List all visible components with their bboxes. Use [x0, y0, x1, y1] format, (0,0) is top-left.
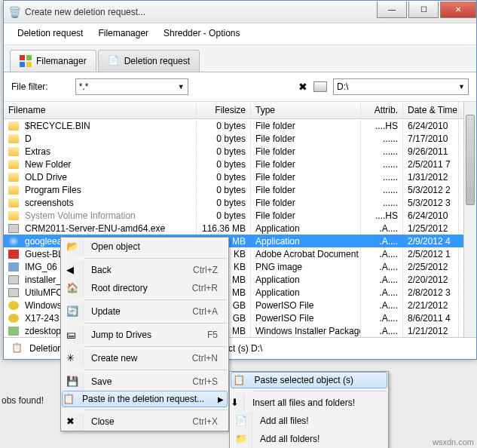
tab-filemanager[interactable]: Filemanager	[10, 50, 96, 72]
document-icon: 📄	[108, 55, 120, 67]
file-type: Adobe Acrobat Document	[251, 248, 361, 260]
file-date: 2/8/2012 3	[403, 287, 459, 299]
file-size: 0 bytes	[197, 158, 251, 170]
column-filename[interactable]: Filename	[4, 102, 197, 118]
back-icon: ◀	[61, 261, 84, 279]
file-icon	[8, 121, 19, 130]
file-type: File folder	[251, 184, 361, 196]
file-attrib: ......	[361, 146, 403, 158]
file-size: 0 bytes	[197, 171, 251, 183]
menu-shortcut: Ctrl+A	[177, 306, 228, 317]
file-name: zdesktop	[25, 326, 61, 336]
file-date: 2/9/2012 4	[403, 235, 459, 247]
menu-item[interactable]: 🔄UpdateCtrl+A	[61, 302, 228, 321]
menu-deletion-request[interactable]: Deletion request	[11, 26, 89, 40]
file-attrib: .A....	[361, 312, 403, 324]
tab-label: Filemanager	[36, 56, 87, 66]
menu-item[interactable]: ⬇Insert all files and folders!	[230, 394, 388, 412]
save-icon: 💾	[61, 373, 84, 391]
file-attrib: .A....	[361, 261, 403, 273]
file-filter-combo[interactable]: *.* ▼	[75, 78, 188, 95]
file-name: screenshots	[25, 198, 74, 208]
column-attrib[interactable]: Attrib.	[361, 102, 403, 118]
file-type: File folder	[251, 210, 361, 222]
file-name: OLD Drive	[25, 172, 67, 183]
drive-combo[interactable]: D:\ ▼	[333, 78, 469, 95]
table-row[interactable]: System Volume Information0 bytesFile fol…	[4, 209, 476, 222]
menu-item[interactable]: ✖CloseCtrl+X	[61, 413, 228, 431]
file-date: 2/21/2012	[403, 299, 459, 311]
table-row[interactable]: D0 bytesFile folder......7/17/2010	[4, 132, 476, 145]
table-row[interactable]: OLD Drive0 bytesFile folder......1/31/20…	[4, 170, 476, 183]
chevron-down-icon: ▼	[178, 83, 185, 91]
minimize-button[interactable]: —	[377, 2, 407, 18]
file-icon	[8, 314, 19, 323]
titlebar[interactable]: 🗑️ Create new deletion request... — ☐ ✕	[4, 1, 476, 23]
file-date: 2/25/2012	[403, 261, 459, 273]
file-type: Application	[251, 287, 361, 299]
file-name: IMG_06	[25, 262, 57, 272]
file-size: 0 bytes	[197, 197, 251, 209]
menu-item[interactable]: 📁Add all folders!	[230, 430, 388, 448]
table-row[interactable]: $RECYCLE.BIN0 bytesFile folder....HS6/24…	[4, 119, 476, 132]
folder-icon: 📁	[230, 430, 252, 448]
menu-item-label: Save	[84, 376, 177, 387]
menu-item[interactable]: 💾SaveCtrl+S	[61, 373, 228, 391]
column-type[interactable]: Type	[251, 102, 361, 118]
file-name: System Volume Information	[25, 210, 136, 221]
menu-item[interactable]: ◀BackCtrl+Z	[61, 261, 228, 279]
menu-item[interactable]: 📋Paste in the deletion request...▶	[62, 391, 228, 407]
table-row[interactable]: New Folder0 bytesFile folder......2/5/20…	[4, 158, 476, 170]
scrollbar-thumb[interactable]	[466, 115, 475, 205]
column-filesize[interactable]: Filesize	[197, 102, 251, 118]
close-icon: ✖	[61, 413, 84, 431]
file-date: 6/24/2010	[403, 210, 459, 222]
menu-item-label: Insert all files and folders!	[245, 397, 362, 408]
tab-deletion-request[interactable]: 📄 Deletion request	[98, 50, 200, 72]
menu-item[interactable]: 🖴Jump to DrivesF5	[61, 326, 228, 344]
menu-item[interactable]: 📋Paste selected object (s)	[231, 372, 387, 388]
table-row[interactable]: Extras0 bytesFile folder......9/26/2011	[4, 145, 476, 158]
menu-item-label: Open object	[84, 241, 203, 252]
file-icon	[8, 250, 19, 259]
vertical-scrollbar[interactable]	[463, 102, 476, 337]
file-type: Application	[251, 235, 361, 247]
menu-item-label: Add all folders!	[252, 434, 362, 444]
table-header: Filename Filesize Type Attrib. Date & Ti…	[4, 102, 476, 119]
file-icon	[8, 237, 19, 246]
table-row[interactable]: Program Files0 bytesFile folder......5/3…	[4, 183, 476, 196]
menu-filemanager[interactable]: Filemanager	[92, 26, 154, 40]
file-attrib: ......	[361, 158, 403, 170]
file-size: 0 bytes	[197, 146, 251, 158]
filter-row: File filter: *.* ▼ ✖ D:\ ▼	[4, 72, 476, 102]
file-attrib: ......	[361, 184, 403, 196]
maximize-button[interactable]: ☐	[408, 2, 439, 18]
file-attrib: ......	[361, 133, 403, 145]
new-icon: ✳	[61, 349, 84, 367]
svg-rect-1	[26, 55, 32, 60]
file-name: Program Files	[25, 185, 81, 195]
file-name: $RECYCLE.BIN	[25, 121, 90, 131]
menu-item[interactable]: 🏠Root directoryCtrl+R	[61, 279, 228, 297]
file-type: Application	[251, 274, 361, 286]
menu-shredder-options[interactable]: Shredder - Options	[157, 26, 246, 40]
menu-item-label: Close	[84, 416, 177, 427]
status-icon: 📋	[11, 342, 23, 354]
file-attrib: ....HS	[361, 210, 403, 222]
column-date[interactable]: Date & Time	[403, 102, 459, 118]
watermark: wsxdn.com	[433, 437, 474, 446]
menu-item[interactable]: 📂Open object	[61, 238, 228, 256]
close-button[interactable]: ✕	[440, 2, 476, 18]
clear-icon[interactable]: ✖	[298, 81, 307, 93]
file-name: D	[25, 133, 32, 144]
menu-item[interactable]: ✳Create newCtrl+N	[61, 349, 228, 367]
file-attrib: ......	[361, 197, 403, 209]
file-name: X17-243	[25, 313, 59, 324]
file-attrib: .A....	[361, 274, 403, 286]
table-row[interactable]: CRM2011-Server-ENU-amd64.exe116.36 MBApp…	[4, 222, 476, 235]
paste-icon: 📋	[231, 373, 247, 388]
insert-icon: ⬇	[230, 394, 245, 412]
table-row[interactable]: screenshots0 bytesFile folder......5/3/2…	[4, 196, 476, 209]
context-menu: 📂Open object◀BackCtrl+Z🏠Root directoryCt…	[60, 237, 229, 431]
menu-item[interactable]: 📄Add all files!	[230, 412, 388, 430]
